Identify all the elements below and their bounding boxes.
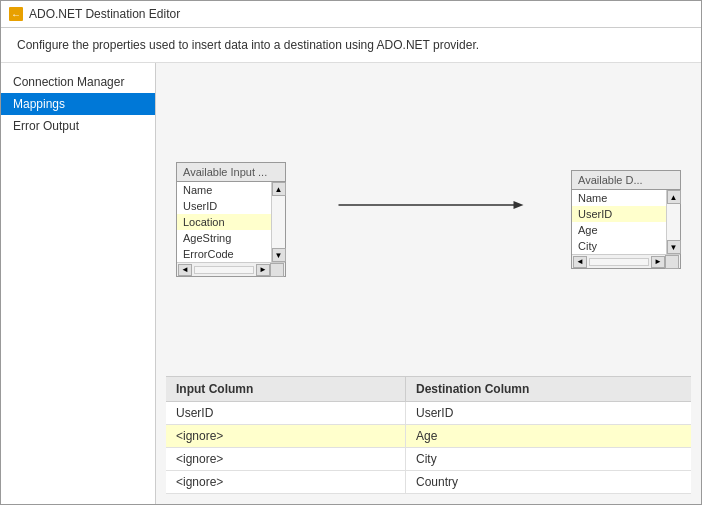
destination-cell: City [406,448,691,470]
scroll-left-btn[interactable]: ◄ [573,256,587,268]
list-item[interactable]: UserID [572,206,666,222]
input-listbox[interactable]: Available Input ... Name UserID Location… [176,162,286,277]
destination-cell: Country [406,471,691,493]
list-item[interactable]: City [572,238,666,254]
destination-h-scrollbar[interactable]: ◄ ► [572,254,680,268]
main-window: ← ADO.NET Destination Editor Configure t… [0,0,702,505]
scroll-left-btn[interactable]: ◄ [178,264,192,276]
content-area: Available Input ... Name UserID Location… [156,63,701,504]
destination-listbox-items: Name UserID Age City [572,190,666,254]
scroll-track [272,196,285,248]
sidebar-item-mappings[interactable]: Mappings [1,93,155,115]
scroll-track [667,204,680,240]
destination-cell: UserID [406,402,691,424]
svg-marker-1 [514,201,524,209]
list-item[interactable]: AgeString [177,230,271,246]
boxes-wrapper: Available Input ... Name UserID Location… [176,150,681,290]
table-row[interactable]: UserID UserID [166,402,691,425]
title-bar: ← ADO.NET Destination Editor [1,1,701,28]
list-item[interactable]: Location [177,214,271,230]
list-item[interactable]: Name [572,190,666,206]
destination-listbox[interactable]: Available D... Name UserID Age City ▲ [571,170,681,269]
input-listbox-header: Available Input ... [177,163,285,182]
list-item[interactable]: Age [572,222,666,238]
list-item[interactable]: ErrorCode [177,246,271,262]
window-title: ADO.NET Destination Editor [29,7,180,21]
input-cell: <ignore> [166,471,406,493]
connector-area [286,150,571,290]
connector-svg [286,150,571,290]
input-listbox-body: Name UserID Location AgeString ErrorCode… [177,182,285,262]
scroll-right-btn[interactable]: ► [256,264,270,276]
list-item[interactable]: UserID [177,198,271,214]
list-item[interactable]: Name [177,182,271,198]
table-row[interactable]: <ignore> Age [166,425,691,448]
scroll-down-btn[interactable]: ▼ [272,248,286,262]
scroll-up-btn[interactable]: ▲ [272,182,286,196]
input-column-header: Input Column [166,377,406,401]
destination-column-header: Destination Column [406,377,691,401]
table-row[interactable]: <ignore> Country [166,471,691,494]
mapping-area: Available Input ... Name UserID Location… [156,63,701,376]
table-header: Input Column Destination Column [166,377,691,402]
scroll-down-btn[interactable]: ▼ [667,240,681,254]
input-h-scrollbar[interactable]: ◄ ► [177,262,285,276]
input-cell: UserID [166,402,406,424]
description-bar: Configure the properties used to insert … [1,28,701,63]
sidebar: Connection Manager Mappings Error Output [1,63,156,504]
mapping-table: Input Column Destination Column UserID U… [166,376,691,494]
corner-btn [270,263,284,277]
input-listbox-scrollbar[interactable]: ▲ ▼ [271,182,285,262]
input-cell: <ignore> [166,448,406,470]
h-scroll-track [194,266,254,274]
destination-listbox-body: Name UserID Age City ▲ ▼ [572,190,680,254]
main-content: Connection Manager Mappings Error Output… [1,63,701,504]
corner-btn [665,255,679,269]
destination-listbox-header: Available D... [572,171,680,190]
scroll-right-btn[interactable]: ► [651,256,665,268]
sidebar-item-error-output[interactable]: Error Output [1,115,155,137]
table-row[interactable]: <ignore> City [166,448,691,471]
input-listbox-items: Name UserID Location AgeString ErrorCode [177,182,271,262]
input-cell: <ignore> [166,425,406,447]
window-icon: ← [9,7,23,21]
scroll-up-btn[interactable]: ▲ [667,190,681,204]
h-scroll-track [589,258,649,266]
destination-cell: Age [406,425,691,447]
description-text: Configure the properties used to insert … [17,38,479,52]
destination-listbox-scrollbar[interactable]: ▲ ▼ [666,190,680,254]
sidebar-item-connection-manager[interactable]: Connection Manager [1,71,155,93]
